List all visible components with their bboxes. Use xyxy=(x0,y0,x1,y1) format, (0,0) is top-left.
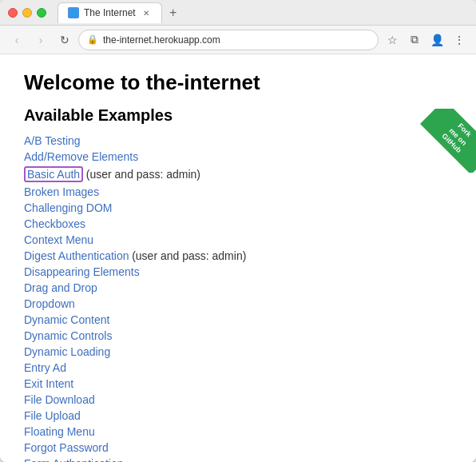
minimize-button[interactable] xyxy=(22,8,32,18)
list-item: Broken Images xyxy=(24,185,452,198)
list-item: Floating Menu xyxy=(24,425,452,438)
list-item: Basic Auth (user and pass: admin) xyxy=(24,166,452,182)
file-upload-link[interactable]: File Upload xyxy=(24,409,81,422)
challenging-dom-link[interactable]: Challenging DOM xyxy=(24,201,113,214)
profile-button[interactable]: 👤 xyxy=(426,30,447,50)
page-content: Fork me on GitHub Welcome to the-interne… xyxy=(0,54,476,462)
list-item: Exit Intent xyxy=(24,377,452,390)
digest-auth-link[interactable]: Digest Authentication xyxy=(24,249,129,262)
browser-tab[interactable]: 🌐 The Internet ✕ xyxy=(58,2,162,23)
new-tab-button[interactable]: + xyxy=(165,5,181,21)
refresh-button[interactable]: ↻ xyxy=(54,30,75,50)
list-item: Dropdown xyxy=(24,297,452,310)
forward-button[interactable]: › xyxy=(30,30,51,50)
context-menu-link[interactable]: Context Menu xyxy=(24,233,93,246)
list-item: Checkboxes xyxy=(24,217,452,230)
basic-auth-highlight: Basic Auth xyxy=(24,166,83,182)
ribbon-container: Fork me on GitHub xyxy=(412,109,476,173)
menu-button[interactable]: ⋮ xyxy=(449,30,470,50)
tab-close-button[interactable]: ✕ xyxy=(141,7,152,18)
fork-ribbon[interactable]: Fork me on GitHub xyxy=(420,109,476,173)
basic-auth-link[interactable]: Basic Auth xyxy=(27,168,80,181)
page-title: Welcome to the-internet xyxy=(24,70,452,95)
ab-testing-link[interactable]: A/B Testing xyxy=(24,134,81,147)
traffic-lights xyxy=(8,8,46,18)
list-item: File Download xyxy=(24,393,452,406)
tab-favicon: 🌐 xyxy=(68,7,79,18)
disappearing-elements-link[interactable]: Disappearing Elements xyxy=(24,265,140,278)
add-remove-elements-link[interactable]: Add/Remove Elements xyxy=(24,150,138,163)
list-item: Entry Ad xyxy=(24,361,452,374)
list-item: Dynamic Loading xyxy=(24,345,452,358)
dynamic-controls-link[interactable]: Dynamic Controls xyxy=(24,329,112,342)
form-auth-link[interactable]: Form Authentication xyxy=(24,457,124,462)
forgot-password-link[interactable]: Forgot Password xyxy=(24,441,109,454)
address-bar[interactable]: 🔒 the-internet.herokuapp.com xyxy=(78,30,379,50)
back-button[interactable]: ‹ xyxy=(6,30,27,50)
maximize-button[interactable] xyxy=(37,8,46,18)
list-item: Dynamic Controls xyxy=(24,329,452,342)
tab-title: The Internet xyxy=(84,7,136,18)
dynamic-content-link[interactable]: Dynamic Content xyxy=(24,313,109,326)
browser-window: 🌐 The Internet ✕ + ‹ › ↻ 🔒 the-internet.… xyxy=(0,0,476,462)
list-item: Forgot Password xyxy=(24,441,452,454)
list-item: Disappearing Elements xyxy=(24,265,452,278)
close-button[interactable] xyxy=(8,8,18,18)
list-item: Challenging DOM xyxy=(24,201,452,214)
entry-ad-link[interactable]: Entry Ad xyxy=(24,361,66,374)
dynamic-loading-link[interactable]: Dynamic Loading xyxy=(24,345,110,358)
list-item: File Upload xyxy=(24,409,452,422)
drag-and-drop-link[interactable]: Drag and Drop xyxy=(24,281,97,294)
url-text: the-internet.herokuapp.com xyxy=(103,34,370,46)
bookmark-button[interactable]: ☆ xyxy=(382,30,403,50)
list-item: A/B Testing xyxy=(24,134,452,147)
basic-auth-note: (user and pass: admin) xyxy=(86,168,200,181)
security-icon: 🔒 xyxy=(87,34,98,45)
list-item: Drag and Drop xyxy=(24,281,452,294)
examples-list: A/B Testing Add/Remove Elements Basic Au… xyxy=(24,134,452,462)
extensions-button[interactable]: ⧉ xyxy=(404,30,425,50)
title-bar: 🌐 The Internet ✕ + xyxy=(0,0,476,26)
tab-bar: 🌐 The Internet ✕ + xyxy=(58,2,468,23)
section-title: Available Examples xyxy=(24,106,452,125)
dropdown-link[interactable]: Dropdown xyxy=(24,297,75,310)
list-item: Context Menu xyxy=(24,233,452,246)
file-download-link[interactable]: File Download xyxy=(24,393,95,406)
list-item: Add/Remove Elements xyxy=(24,150,452,163)
broken-images-link[interactable]: Broken Images xyxy=(24,185,99,198)
exit-intent-link[interactable]: Exit Intent xyxy=(24,377,73,390)
nav-actions: ☆ ⧉ 👤 ⋮ xyxy=(382,30,470,50)
checkboxes-link[interactable]: Checkboxes xyxy=(24,217,85,230)
floating-menu-link[interactable]: Floating Menu xyxy=(24,425,95,438)
list-item: Dynamic Content xyxy=(24,313,452,326)
list-item: Digest Authentication (user and pass: ad… xyxy=(24,249,452,262)
nav-bar: ‹ › ↻ 🔒 the-internet.herokuapp.com ☆ ⧉ 👤… xyxy=(0,26,476,54)
list-item: Form Authentication xyxy=(24,457,452,462)
digest-auth-note: (user and pass: admin) xyxy=(132,249,246,262)
